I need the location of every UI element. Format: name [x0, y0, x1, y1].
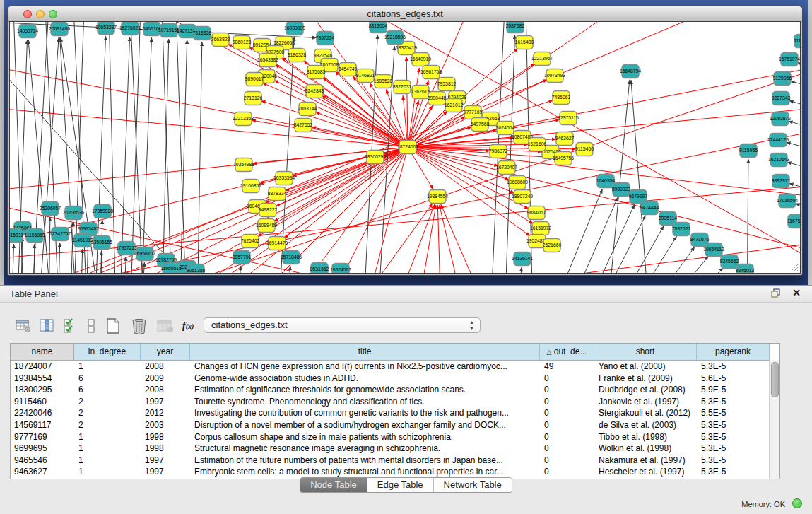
- cell-name[interactable]: 19384554: [11, 373, 74, 385]
- control-panel-edge[interactable]: [0, 0, 4, 285]
- cell-in_degree[interactable]: 2: [74, 407, 141, 419]
- delete-table-icon[interactable]: [130, 317, 148, 335]
- network-node-8322037[interactable]: 8322037: [393, 81, 412, 94]
- cell-pagerank[interactable]: 5.3E-5: [697, 443, 770, 455]
- network-node-2803144[interactable]: 2803144: [298, 103, 317, 116]
- cell-pagerank[interactable]: 5.3E-5: [697, 396, 770, 408]
- column-header-short[interactable]: short: [594, 344, 697, 360]
- network-node-9857791[interactable]: 9857791: [233, 251, 252, 264]
- table-type-segmented-control[interactable]: Node TableEdge TableNetwork Table: [300, 477, 512, 493]
- table-header-row[interactable]: namein_degreeyeartitle△ out_de...shortpa…: [11, 344, 779, 361]
- network-node-2521660[interactable]: 2521660: [543, 239, 562, 252]
- cell-in_degree[interactable]: 2: [74, 419, 141, 431]
- table-row[interactable]: 911546021997Tourette syndrome. Phenomeno…: [11, 396, 779, 408]
- network-node-13505155[interactable]: 13505155: [91, 236, 112, 250]
- network-node-9245652[interactable]: 9245652: [720, 255, 739, 269]
- table-row[interactable]: 969969511998Structural magnetic resonanc…: [11, 443, 779, 455]
- row-height-icon[interactable]: [86, 318, 96, 334]
- cell-name[interactable]: 18300295: [11, 384, 74, 396]
- table-row[interactable]: 977716911998Corpus callosum shape and si…: [11, 431, 779, 443]
- cell-short[interactable]: Hescheler et al. (1997): [594, 466, 697, 478]
- table-vertical-scrollbar[interactable]: [769, 360, 779, 479]
- table-row[interactable]: 946554611997Estimation of the future num…: [11, 455, 779, 467]
- column-header-title[interactable]: title: [190, 344, 540, 360]
- tab-network-table[interactable]: Network Table: [433, 478, 512, 492]
- network-node-15751074[interactable]: 15751074: [779, 53, 800, 66]
- network-node-9892971[interactable]: 9892971: [772, 175, 791, 188]
- cell-short[interactable]: Franke et al. (2009): [594, 373, 697, 385]
- table-row[interactable]: 1938455462009Genome-wide association stu…: [11, 373, 779, 385]
- network-node-19524562[interactable]: 19524562: [330, 264, 351, 274]
- cell-year[interactable]: 2009: [141, 373, 190, 385]
- network-node-7625402[interactable]: 7625402: [241, 235, 260, 248]
- network-node-16914479[interactable]: 16914479: [266, 237, 288, 250]
- cell-short[interactable]: Stergiakouli et al. (2012): [594, 407, 697, 419]
- network-node-9860123[interactable]: 9860123: [233, 36, 252, 49]
- cell-short[interactable]: Nakamura et al. (1997): [594, 455, 697, 467]
- cell-pagerank[interactable]: 5.3E-5: [697, 455, 770, 467]
- network-window-titlebar[interactable]: citations_edges.txt: [8, 6, 802, 22]
- cell-in_degree[interactable]: 1: [74, 431, 141, 443]
- network-node-16543382[interactable]: 16543382: [257, 54, 278, 67]
- cell-year[interactable]: 1997: [141, 466, 190, 478]
- cell-name[interactable]: 9777169: [11, 431, 74, 443]
- cell-title[interactable]: Embryonic stem cells: a model to study s…: [190, 466, 540, 478]
- network-node-10688609[interactable]: 10688609: [507, 176, 528, 189]
- node-table[interactable]: namein_degreeyeartitle△ out_de...shortpa…: [10, 343, 780, 479]
- network-node-25206057[interactable]: 25206057: [40, 202, 61, 216]
- network-node-1621606[interactable]: 1621606: [528, 138, 547, 151]
- network-node-11950515[interactable]: 11950515: [160, 262, 182, 274]
- table-row[interactable]: 1456911722003Disruption of a novel membe…: [11, 419, 779, 431]
- network-node-18724007[interactable]: 18724007: [397, 141, 418, 154]
- cell-name[interactable]: 9465546: [11, 455, 74, 467]
- network-node-14136141[interactable]: 14136141: [512, 252, 533, 266]
- network-node-9146821[interactable]: 9146821: [356, 69, 375, 83]
- network-node-11451913[interactable]: 11451913: [72, 234, 93, 247]
- show-columns-icon[interactable]: [40, 319, 55, 333]
- cell-short[interactable]: Tibbo et al. (1998): [594, 431, 697, 443]
- cell-year[interactable]: 1997: [141, 396, 190, 408]
- cell-short[interactable]: Yano et al. (2008): [594, 361, 697, 373]
- network-node-9884067[interactable]: 9884067: [527, 206, 546, 220]
- network-node-1167531[interactable]: 1167531: [787, 215, 801, 228]
- table-row[interactable]: 946362711997Embryonic stem cells: a mode…: [11, 466, 779, 478]
- network-node-15276021[interactable]: 15276021: [119, 22, 141, 35]
- cell-year[interactable]: 1997: [141, 455, 190, 467]
- cell-name[interactable]: 22420046: [11, 407, 74, 419]
- cell-out_de[interactable]: 0: [540, 455, 594, 467]
- column-header-year[interactable]: year: [141, 344, 190, 360]
- network-canvas[interactable]: 1872400798601238912954182260589827508165…: [9, 21, 801, 274]
- cell-title[interactable]: Disruption of a novel member of a sodium…: [190, 419, 540, 431]
- cell-out_de[interactable]: 0: [540, 419, 594, 431]
- network-node-12093872[interactable]: 12093872: [770, 112, 791, 126]
- network-node-16958107[interactable]: 16958107: [134, 247, 155, 261]
- cell-title[interactable]: Estimation of the future numbers of pati…: [190, 455, 540, 467]
- cell-in_degree[interactable]: 1: [74, 361, 141, 373]
- network-node-12342757[interactable]: 12342757: [49, 228, 71, 241]
- cell-pagerank[interactable]: 5.5E-5: [697, 407, 770, 419]
- tab-node-table[interactable]: Node Table: [300, 478, 367, 492]
- network-node-19218596[interactable]: 19218596: [384, 31, 406, 45]
- network-node-9463627[interactable]: 9463627: [555, 132, 575, 146]
- float-panel-icon[interactable]: [771, 288, 781, 298]
- cell-out_de[interactable]: 0: [540, 407, 594, 419]
- cell-year[interactable]: 2008: [141, 361, 190, 373]
- network-node-16099489[interactable]: 16099489: [256, 219, 277, 233]
- network-node-9498222[interactable]: 9498222: [259, 204, 278, 217]
- cell-pagerank[interactable]: 5.9E-5: [697, 384, 770, 396]
- column-header-pagerank[interactable]: pagerank: [697, 344, 770, 360]
- network-node-8427552[interactable]: 8427552: [294, 119, 313, 132]
- cell-in_degree[interactable]: 1: [74, 466, 141, 478]
- table-row[interactable]: 1830029562008Estimation of significance …: [11, 384, 779, 396]
- column-header-name[interactable]: name: [11, 344, 74, 360]
- network-node-9245013[interactable]: 9245013: [736, 264, 755, 274]
- network-node-10654112[interactable]: 10654112: [703, 243, 724, 257]
- cell-in_degree[interactable]: 1: [74, 443, 141, 455]
- cell-out_de[interactable]: 49: [540, 361, 594, 373]
- cell-title[interactable]: Investigating the contribution of common…: [190, 407, 540, 419]
- cell-name[interactable]: 14569117: [11, 419, 74, 431]
- cell-name[interactable]: 18724007: [11, 361, 74, 373]
- results-panel-edge[interactable]: [808, 0, 812, 285]
- network-node-18807249[interactable]: 18807249: [512, 190, 533, 204]
- network-node-16151972[interactable]: 16151972: [530, 222, 551, 235]
